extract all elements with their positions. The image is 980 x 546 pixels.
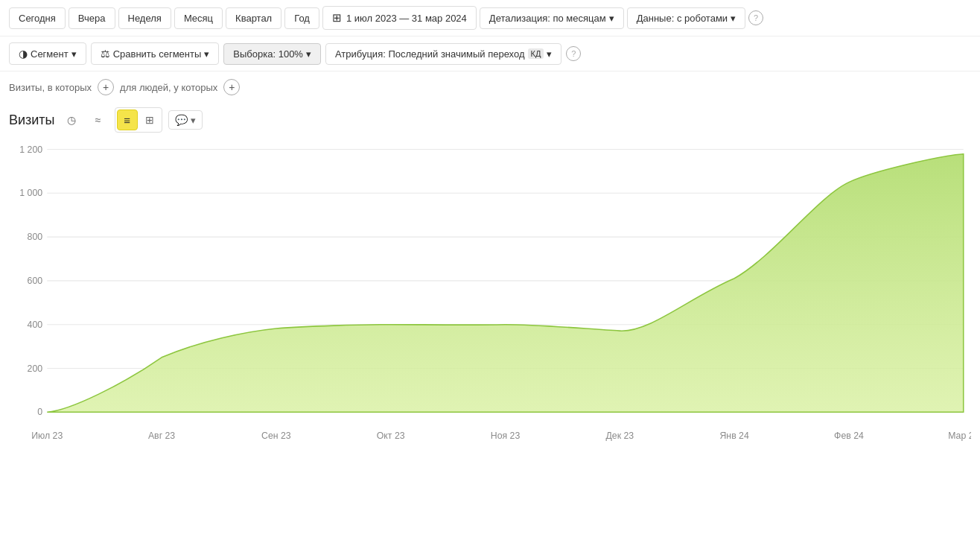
svg-text:600: 600 (28, 276, 43, 286)
second-toolbar: ◑ Сегмент ▾ ⚖ Сравнить сегменты ▾ Выборк… (0, 36, 980, 72)
filter-row: Визиты, в которых + для людей, у которых… (0, 72, 980, 95)
svg-text:Авг 23: Авг 23 (148, 431, 175, 441)
svg-text:Янв 24: Янв 24 (719, 431, 748, 441)
date-range-label: 1 июл 2023 — 31 мар 2024 (346, 13, 467, 24)
tilde-icon: ≈ (95, 114, 101, 126)
chevron-down-icon6: ▾ (547, 48, 552, 60)
chart-area: 1 200 1 000 800 600 400 200 0 Июл 23 Авг… (9, 142, 971, 454)
chevron-down-icon2: ▾ (731, 13, 736, 24)
svg-text:1 200: 1 200 (19, 145, 42, 155)
compare-label: Сравнить сегменты (113, 48, 202, 60)
clock-chart-btn[interactable]: ◷ (61, 109, 82, 130)
svg-text:Фев 24: Фев 24 (834, 431, 864, 441)
stacked-chart-btn[interactable]: ≡ (117, 109, 138, 130)
data-btn[interactable]: Данные: с роботами ▾ (627, 7, 745, 29)
attribution-btn[interactable]: Атрибуция: Последний значимый переход КД… (325, 43, 561, 65)
btn-yesterday[interactable]: Вчера (69, 7, 115, 29)
people-label: для людей, у которых (120, 82, 217, 93)
sample-label: Выборка: 100% (233, 48, 303, 60)
chart-section: Визиты ◷ ≈ ≡ ⊞ 💬 ▾ (0, 95, 980, 454)
chevron-down-icon5: ▾ (306, 48, 311, 60)
detail-label: Детализация: по месяцам (489, 13, 606, 24)
svg-text:Ноя 23: Ноя 23 (491, 431, 521, 441)
btn-week[interactable]: Неделя (118, 7, 171, 29)
detail-btn[interactable]: Детализация: по месяцам ▾ (480, 7, 624, 29)
svg-text:Дек 23: Дек 23 (606, 431, 634, 441)
chart-title: Визиты (9, 112, 55, 128)
segment-label: Сегмент (31, 48, 69, 60)
chevron-down-icon3: ▾ (71, 48, 77, 60)
table-chart-btn[interactable]: ⊞ (139, 109, 160, 130)
segment-icon: ◑ (19, 48, 28, 60)
date-range-picker[interactable]: ⊞ 1 июл 2023 — 31 мар 2024 (322, 6, 477, 30)
btn-month[interactable]: Месяц (174, 7, 223, 29)
help-icon2[interactable]: ? (566, 46, 581, 61)
chevron-down-icon: ▾ (609, 13, 614, 24)
tilde-chart-btn[interactable]: ≈ (88, 109, 109, 130)
btn-today[interactable]: Сегодня (9, 7, 66, 29)
data-label: Данные: с роботами (637, 13, 728, 24)
comment-dropdown-btn[interactable]: 💬 ▾ (168, 110, 203, 130)
compare-icon: ⚖ (101, 48, 110, 60)
top-toolbar: Сегодня Вчера Неделя Месяц Квартал Год ⊞… (0, 0, 980, 36)
help-icon[interactable]: ? (748, 10, 763, 25)
svg-text:400: 400 (28, 320, 43, 330)
svg-text:Окт 23: Окт 23 (377, 431, 405, 441)
compare-btn[interactable]: ⚖ Сравнить сегменты ▾ (91, 42, 220, 65)
btn-year[interactable]: Год (284, 7, 319, 29)
svg-text:800: 800 (28, 232, 43, 242)
table-icon: ⊞ (145, 114, 154, 126)
visits-label: Визиты, в которых (9, 82, 92, 93)
stacked-icon: ≡ (124, 114, 130, 127)
sample-btn[interactable]: Выборка: 100% ▾ (223, 43, 321, 65)
btn-quarter[interactable]: Квартал (226, 7, 281, 29)
chart-type-group: ≡ ⊞ (115, 107, 162, 133)
svg-text:Мар 24: Мар 24 (948, 431, 971, 441)
chevron-down-icon7: ▾ (191, 115, 196, 126)
attribution-label: Атрибуция: Последний значимый переход (335, 48, 525, 60)
calendar-icon: ⊞ (332, 11, 342, 25)
chart-header: Визиты ◷ ≈ ≡ ⊞ 💬 ▾ (9, 107, 971, 133)
chevron-down-icon4: ▾ (204, 48, 209, 60)
segment-btn[interactable]: ◑ Сегмент ▾ (9, 42, 86, 65)
chart-svg: 1 200 1 000 800 600 400 200 0 Июл 23 Авг… (9, 142, 971, 454)
svg-text:Сен 23: Сен 23 (261, 431, 291, 441)
comment-icon: 💬 (175, 114, 188, 126)
attribution-suffix: КД (528, 48, 544, 59)
clock-icon: ◷ (67, 114, 76, 126)
svg-text:200: 200 (28, 364, 43, 374)
svg-text:1 000: 1 000 (19, 188, 42, 198)
svg-text:Июл 23: Июл 23 (31, 431, 63, 441)
svg-text:0: 0 (37, 407, 42, 417)
add-visits-filter-btn[interactable]: + (98, 79, 114, 95)
add-people-filter-btn[interactable]: + (223, 79, 240, 95)
